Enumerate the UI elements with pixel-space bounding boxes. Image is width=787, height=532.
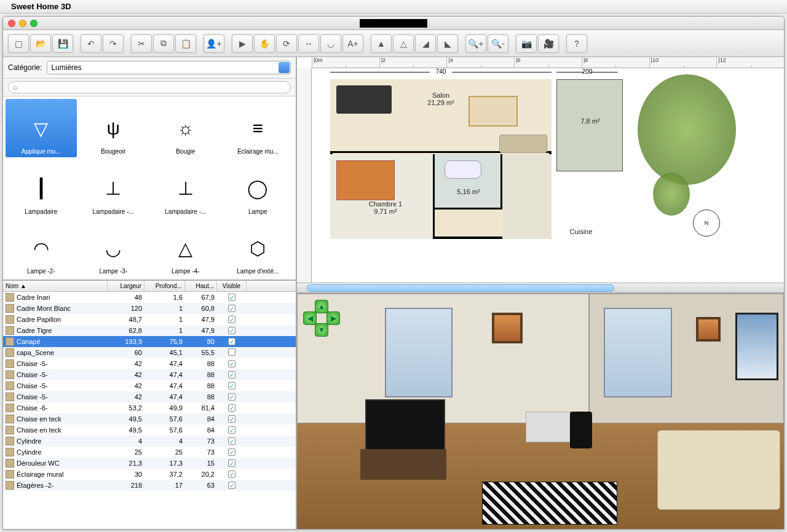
row-visible[interactable]: ✓ — [217, 326, 247, 335]
text-button[interactable]: A+ — [342, 34, 363, 53]
nav-up-button[interactable]: ▲ — [315, 300, 328, 313]
checkbox-icon[interactable]: ✓ — [228, 371, 235, 378]
checkbox-icon[interactable]: ✓ — [228, 471, 235, 478]
arc-button[interactable]: ◡ — [320, 34, 341, 53]
row-visible[interactable]: ✓ — [217, 426, 247, 435]
table-row[interactable]: Chaise -5-4247,488✓ — [3, 380, 296, 391]
catalog-item[interactable]: △Lampe -4- — [150, 219, 221, 277]
plan-scrollbar[interactable] — [297, 283, 784, 292]
search-input[interactable] — [8, 81, 291, 93]
minimize-icon[interactable] — [19, 20, 26, 27]
checkbox-icon[interactable]: ✓ — [228, 448, 235, 456]
row-visible[interactable]: ✓ — [217, 381, 247, 391]
table-row[interactable]: Chaise en teck49,557,684✓ — [3, 413, 296, 424]
table-row[interactable]: Chaise -5-4247,488✓ — [3, 358, 296, 369]
titlebar[interactable] — [3, 17, 784, 30]
catalog-item[interactable]: ◠Lampe -2- — [6, 219, 77, 277]
add-furniture-button[interactable]: 👤+ — [204, 34, 224, 53]
catalog-item[interactable]: ψBougeoir — [78, 99, 149, 157]
table-row[interactable]: Canapé193,975,980✓ — [3, 336, 296, 347]
checkbox-icon[interactable]: ✓ — [228, 294, 235, 301]
table-row[interactable]: Chaise -5-4247,488✓ — [3, 391, 296, 402]
wall-d-button[interactable]: ◣ — [437, 34, 458, 53]
checkbox-icon[interactable]: ✓ — [228, 426, 235, 434]
checkbox-icon[interactable]: ✓ — [228, 482, 235, 489]
catalog-item[interactable]: ┃Lampadaire — [6, 158, 77, 217]
checkbox-icon[interactable]: ✓ — [228, 393, 235, 401]
table-row[interactable]: Étagères -2-2181763✓ — [3, 480, 296, 491]
row-visible[interactable]: ✓ — [217, 315, 247, 324]
furniture-table[interactable] — [336, 85, 392, 114]
row-visible[interactable]: ✓ — [217, 481, 247, 490]
nav-left-button[interactable]: ◀ — [303, 311, 317, 325]
catalog-grid[interactable]: ▽Applique mu...ψBougeoir☼Bougie≡Éclairag… — [3, 96, 296, 281]
checkbox-icon[interactable]: ✓ — [228, 338, 235, 345]
save-button[interactable]: 💾 — [52, 34, 73, 53]
video-button[interactable]: 🎥 — [538, 34, 559, 53]
row-visible[interactable]: ✓ — [217, 293, 247, 302]
checkbox-icon[interactable]: ✓ — [228, 305, 235, 312]
row-visible[interactable]: ✓ — [217, 370, 247, 380]
row-visible[interactable]: ✓ — [217, 470, 247, 479]
close-icon[interactable] — [8, 20, 15, 27]
category-select[interactable]: Lumières — [47, 61, 291, 74]
table-row[interactable]: Cadre Mont Blanc120160,8✓ — [3, 303, 296, 314]
dimension-button[interactable]: ↔ — [298, 34, 319, 53]
nav-down-button[interactable]: ▼ — [315, 323, 328, 337]
catalog-item[interactable]: ⊥Lampadaire -... — [150, 158, 221, 217]
app-menu-title[interactable]: Sweet Home 3D — [11, 2, 71, 11]
table-row[interactable]: Cylindre4473✓ — [3, 436, 296, 447]
tree[interactable] — [638, 74, 736, 185]
catalog-item[interactable]: ◡Lampe -3- — [78, 219, 149, 277]
room-wc[interactable] — [502, 154, 552, 239]
new-button[interactable]: ▢ — [8, 34, 29, 53]
catalog-item[interactable]: ◯Lampe — [223, 158, 294, 217]
row-visible[interactable]: ✓ — [217, 415, 247, 424]
table-row[interactable]: capa_Scene6045,155,5 — [3, 347, 296, 358]
table-row[interactable]: Cadre Inari481,667,9✓ — [3, 292, 296, 303]
checkbox-icon[interactable]: ✓ — [228, 415, 235, 423]
col-depth[interactable]: Profond... — [144, 281, 185, 291]
table-row[interactable]: Éclairage mural3037,220,2✓ — [3, 469, 296, 480]
catalog-item[interactable]: ⬡Lampe d'exté... — [223, 219, 294, 277]
catalog-item[interactable]: ⊥Lampadaire -... — [78, 158, 149, 217]
furniture-bathtub[interactable] — [445, 160, 481, 179]
table-row[interactable]: Dérouleur WC21,317,315✓ — [3, 458, 296, 469]
furniture-table-header[interactable]: Nom ▲ Largeur Profond... Haut... Visible — [3, 281, 296, 292]
row-visible[interactable]: ✓ — [217, 393, 247, 402]
table-row[interactable]: Chaise en teck49,557,684✓ — [3, 424, 296, 436]
nav-right-button[interactable]: ▶ — [326, 311, 340, 325]
paste-button[interactable]: 📋 — [175, 34, 196, 53]
photo-button[interactable]: 📷 — [516, 34, 537, 53]
plan-view[interactable]: |0m|2|4|6|8|10|12 740 200 Salon21,29 m² … — [297, 57, 784, 294]
rotate-button[interactable]: ⟳ — [276, 34, 297, 53]
catalog-item[interactable]: ☼Bougie — [150, 99, 221, 157]
view-3d[interactable]: ▲ ◀ ▶ ▼ — [297, 294, 784, 529]
checkbox-icon[interactable]: ✓ — [228, 382, 235, 389]
col-width[interactable]: Largeur — [108, 281, 144, 291]
hand-button[interactable]: ✋ — [254, 34, 275, 53]
table-row[interactable]: Cadre Tigre62,8147,9✓ — [3, 325, 296, 336]
table-row[interactable]: Cadre Papillon48,7147,9✓ — [3, 314, 296, 325]
help-button[interactable]: ? — [566, 34, 587, 53]
checkbox-icon[interactable] — [228, 348, 235, 356]
redo-button[interactable]: ↷ — [103, 34, 124, 53]
cut-button[interactable]: ✂ — [131, 34, 152, 53]
row-visible[interactable]: ✓ — [217, 404, 247, 413]
open-button[interactable]: 📂 — [30, 34, 51, 53]
table-row[interactable]: Chaise -6-53,249,981,4✓ — [3, 402, 296, 413]
compass-icon[interactable]: N — [693, 209, 720, 237]
zoom-out-button[interactable]: 🔍- — [488, 34, 508, 53]
checkbox-icon[interactable]: ✓ — [228, 327, 235, 334]
row-visible[interactable]: ✓ — [217, 448, 247, 457]
wall-c-button[interactable]: ◢ — [415, 34, 436, 53]
furniture-rug[interactable] — [469, 96, 518, 127]
wall-a-button[interactable]: ▲ — [371, 34, 392, 53]
row-visible[interactable]: ✓ — [217, 337, 247, 346]
row-visible[interactable] — [217, 348, 247, 358]
undo-button[interactable]: ↶ — [81, 34, 101, 53]
furniture-sofa[interactable] — [499, 135, 547, 153]
plan-canvas[interactable]: 740 200 Salon21,29 m² Chambre 19,71 m² 5… — [312, 68, 784, 283]
table-row[interactable]: Cylindre252573✓ — [3, 447, 296, 458]
catalog-item[interactable]: ≡Éclairage mu... — [223, 99, 294, 157]
